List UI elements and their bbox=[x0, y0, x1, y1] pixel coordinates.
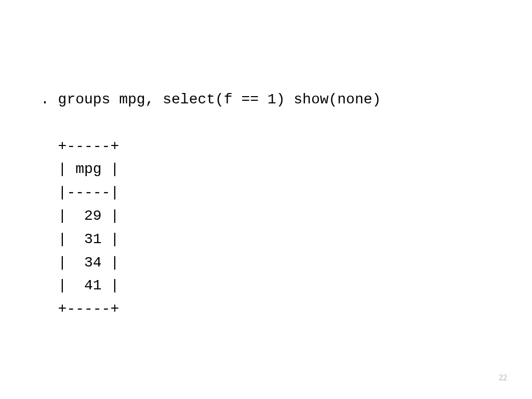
table-header-row: | mpg | bbox=[41, 161, 119, 177]
command-line: . groups mpg, select(f == 1) show(none) bbox=[41, 91, 381, 108]
table-row: | 29 | bbox=[41, 208, 119, 224]
table-row: | 31 | bbox=[41, 231, 119, 247]
page-number: 22 bbox=[499, 373, 507, 382]
table-bottom-border: +-----+ bbox=[41, 301, 119, 317]
table-divider: |-----| bbox=[41, 184, 119, 201]
stata-output-block: . groups mpg, select(f == 1) show(none) … bbox=[41, 88, 381, 321]
table-row: | 41 | bbox=[41, 277, 119, 294]
table-top-border: +-----+ bbox=[41, 138, 119, 154]
table-row: | 34 | bbox=[41, 255, 119, 271]
